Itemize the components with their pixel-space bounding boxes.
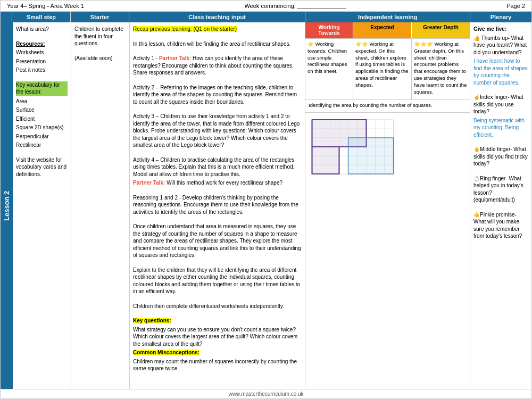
index-finger: ☝️Index finger- What skills did you use … bbox=[473, 94, 528, 115]
greater-depth-text: Greater Depth bbox=[423, 24, 459, 30]
activity1: Activity 1 - Partner Talk: How can you i… bbox=[133, 55, 302, 77]
explain-text: Explain to the children that they will b… bbox=[133, 267, 302, 295]
key-questions-label: Key questions: bbox=[133, 318, 171, 323]
svg-rect-16 bbox=[348, 138, 394, 174]
once-text: Once children understand that area is me… bbox=[133, 223, 302, 259]
activity4b-text: Will this method work for every rectilin… bbox=[165, 180, 282, 186]
misconceptions-label: Common Misconceptions: bbox=[133, 350, 200, 355]
footer-url: www.masterthecurriculum.co.uk bbox=[228, 391, 303, 397]
index-blue: Being systematic with my counting. Being… bbox=[473, 117, 528, 139]
expected-text: Expected bbox=[370, 24, 394, 30]
independent-column: Working Towards Expected Greater Depth ⭐… bbox=[305, 22, 470, 389]
vocab-rectilinear: Rectilinear bbox=[16, 142, 68, 149]
activity3-text: Activity 3 – Children to use their knowl… bbox=[133, 113, 302, 149]
key-questions-text: What strategy can you use to ensure you … bbox=[133, 326, 302, 348]
main-content: Lesson 2 What is area? Resources: Worksh… bbox=[1, 22, 531, 389]
lesson-label: Lesson 2 bbox=[1, 22, 13, 389]
misconceptions-end: square twice. bbox=[146, 365, 179, 371]
resource-postit: Post it notes bbox=[16, 66, 68, 74]
what-is-area: What is area? bbox=[16, 26, 68, 33]
vocab-square: Square 2D shape(s) bbox=[16, 124, 68, 131]
activity4-partner: Partner Talk: Will this method work for … bbox=[133, 179, 302, 187]
ring-finger: 💍Ring finger- What helped you in today's… bbox=[473, 175, 528, 204]
thumbs-up: 👍 Thumbs up- What have you learnt? What … bbox=[473, 35, 528, 56]
expected-label: Expected bbox=[353, 22, 412, 38]
working-content: ⭐ Working towards: Children use simple r… bbox=[305, 39, 353, 99]
plenary-title: Give me five: bbox=[473, 26, 528, 33]
activity2-text: Activity 2 – Referring to the images on … bbox=[133, 84, 302, 106]
col-header-plenary: Plenary bbox=[470, 12, 531, 22]
complete-text: Children then complete differentiated wo… bbox=[133, 303, 302, 310]
working-towards-text: Working Towards bbox=[318, 24, 339, 36]
starter-text: Children to complete the fluent in four … bbox=[74, 26, 126, 47]
misconceptions-italic: same bbox=[133, 365, 146, 371]
reasoning-text: Reasoning 1 and 2 - Develop children's t… bbox=[133, 194, 302, 216]
partner-talk-1: Partner Talk: bbox=[159, 55, 191, 61]
area-diagram bbox=[307, 115, 398, 179]
recap-text: Recap previous learning: (Q1 on the star… bbox=[133, 26, 237, 32]
greater-depth-label: Greater Depth bbox=[412, 22, 470, 38]
pinkie: 🤙Pinkie promise- What will you make sure… bbox=[473, 211, 528, 240]
intro-text: In this lesson, children will be finding… bbox=[133, 40, 302, 48]
starter-column: Children to complete the fluent in four … bbox=[71, 22, 130, 389]
resources-title: Resources: bbox=[16, 40, 68, 48]
greater-depth-content: ⭐⭐⭐ Working at Greater depth. On this sh… bbox=[412, 39, 470, 99]
week-commencing: Week commencing: _______________ bbox=[244, 3, 346, 9]
resource-presentation: Presentation bbox=[16, 58, 68, 65]
greater-content-text: Working at Greater depth. On this sheet,… bbox=[414, 41, 467, 95]
learnt-blue: I have learnt how to find the area of sh… bbox=[473, 57, 528, 86]
activity1-label: Activity 1 - bbox=[133, 55, 159, 61]
class-teaching-column: Recap previous learning: (Q1 on the star… bbox=[130, 22, 305, 389]
vocab-efficient: Efficient bbox=[16, 115, 68, 123]
vocab-highlight: Key vocabulary for the lesson: bbox=[16, 81, 68, 96]
col-header-small-step: Small step bbox=[12, 12, 71, 22]
header-row: Small step Starter Class teaching input … bbox=[1, 12, 531, 22]
lesson-title: Year 4– Spring - Area Week 1 bbox=[7, 3, 84, 9]
vocab-section: Area Surface Efficient Square 2D shape(s… bbox=[16, 98, 68, 149]
vocab-area: Area bbox=[16, 98, 68, 105]
key-questions: Key questions: bbox=[133, 317, 302, 325]
activity4: Activity 4 – Children to practise calcul… bbox=[133, 156, 302, 178]
col-header-independent: Independent learning bbox=[305, 12, 470, 22]
diagram-area bbox=[305, 113, 470, 182]
middle-finger: 🖕Middle finger- What skills did you find… bbox=[473, 146, 528, 168]
resource-worksheets: Worksheets bbox=[16, 49, 68, 56]
partner-talk-2: Partner Talk: bbox=[133, 180, 165, 186]
col-header-starter: Starter bbox=[71, 12, 129, 22]
content-area: What is area? Resources: Worksheets Pres… bbox=[13, 22, 531, 389]
small-step-column: What is area? Resources: Worksheets Pres… bbox=[13, 22, 71, 389]
starter-available: (Available soon) bbox=[74, 55, 126, 62]
vocab-perpendicular: Perpendicular bbox=[16, 133, 68, 140]
independent-content-row: ⭐ Working towards: Children use simple r… bbox=[305, 39, 470, 100]
expected-star: ⭐⭐ bbox=[355, 41, 370, 47]
footer: www.masterthecurriculum.co.uk bbox=[1, 389, 531, 398]
top-bar: Year 4– Spring - Area Week 1 Week commen… bbox=[1, 1, 531, 12]
identifying-text: Identifying the area by counting the num… bbox=[305, 100, 470, 113]
working-towards-label: Working Towards bbox=[305, 22, 353, 38]
identifying-label: Identifying the area by counting the num… bbox=[309, 102, 467, 109]
expected-content-text: Working at expected. On this sheet, chil… bbox=[355, 41, 408, 88]
expected-content: ⭐⭐ Working at expected. On this sheet, c… bbox=[353, 39, 412, 99]
visit-text: Visit the website for vocabulary cards a… bbox=[16, 156, 68, 178]
plenary-column: Give me five: 👍 Thumbs up- What have you… bbox=[470, 22, 531, 389]
col-header-class-teaching: Class teaching input bbox=[129, 12, 305, 22]
vocab-surface: Surface bbox=[16, 106, 68, 114]
misconceptions-start: Children may count the number of squares… bbox=[133, 359, 297, 364]
page-number: Page 2 bbox=[506, 3, 525, 9]
activity4a-text: Activity 4 – Children to practise calcul… bbox=[133, 157, 295, 177]
working-star: ⭐ bbox=[307, 41, 315, 47]
misconceptions: Common Misconceptions: bbox=[133, 349, 302, 356]
independent-labels: Working Towards Expected Greater Depth bbox=[305, 22, 470, 39]
misconceptions-text: Children may count the number of squares… bbox=[133, 358, 302, 372]
greater-star: ⭐⭐⭐ bbox=[414, 41, 435, 47]
